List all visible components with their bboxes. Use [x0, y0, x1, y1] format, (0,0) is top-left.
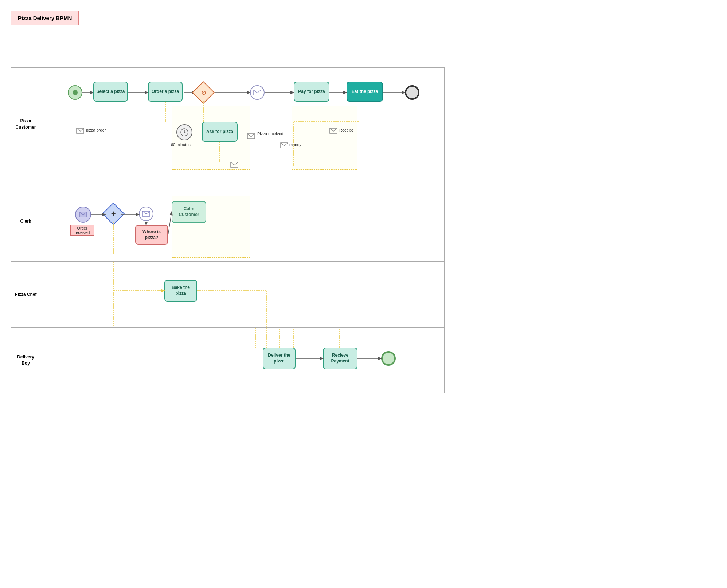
svg-line-10 — [184, 132, 186, 133]
lane-content-chef: Bake the pizza — [40, 262, 444, 327]
label-receipt: Receipt — [339, 128, 353, 132]
task-calm-customer[interactable]: Calm Customer — [172, 201, 206, 223]
svg-line-27 — [168, 212, 172, 235]
task-ask-pizza[interactable]: Ask for pizza — [202, 122, 238, 142]
lane-content-clerk: Order received + Where is pizza? Calm Cu… — [40, 181, 444, 261]
start-event-clerk — [75, 207, 91, 223]
task-where-pizza[interactable]: Where is pizza? — [135, 225, 168, 245]
msg-money — [280, 142, 288, 149]
lane-content-delivery: Deliver the pizza Recieve Payment — [40, 328, 444, 393]
lane-clerk: Clerk Order received + — [11, 181, 444, 262]
timer-event — [176, 124, 192, 140]
task-select-pizza[interactable]: Select a pizza — [93, 82, 128, 102]
lane-label-customer: Pizza Customer — [11, 68, 40, 181]
end-event-customer — [405, 85, 419, 100]
lane-content-customer: Select a pizza Order a pizza ⊙ Pay for p… — [40, 68, 444, 181]
gateway-parallel: + — [102, 203, 125, 225]
label-pizza-order: pizza order — [86, 128, 106, 132]
task-eat-pizza[interactable]: Eat the pizza — [347, 82, 383, 102]
lane-customer: Pizza Customer — [11, 68, 444, 181]
label-pizza-received: Pizza received — [257, 132, 284, 136]
task-pay-pizza[interactable]: Pay for pizza — [294, 82, 329, 102]
dashed-box-pay — [292, 106, 357, 170]
lane-label-clerk: Clerk — [11, 181, 40, 261]
task-receive-payment[interactable]: Recieve Payment — [323, 348, 357, 369]
task-order-pizza[interactable]: Order a pizza — [148, 82, 183, 102]
lane-chef: Pizza Chef Bake the pizza — [11, 262, 444, 328]
event-message-receive — [250, 85, 265, 100]
lane-delivery: Delivery Boy Deliver the pizza Recieve P… — [11, 328, 444, 393]
label-order-received: Order received — [70, 225, 94, 236]
end-event-delivery — [381, 351, 396, 366]
label-money: money — [289, 142, 301, 147]
task-bake-pizza[interactable]: Bake the pizza — [164, 280, 197, 302]
page-title: Pizza Delivery BPMN — [11, 11, 79, 25]
diagram-container: Pizza Customer — [11, 67, 445, 393]
start-event-customer — [68, 85, 82, 100]
msg-pizza-received-top — [247, 133, 255, 140]
msg-receipt — [329, 128, 337, 135]
lane-label-delivery: Delivery Boy — [11, 328, 40, 393]
msg-bottom — [230, 162, 238, 169]
msg-pizza-order — [76, 128, 84, 135]
event-message-clerk — [139, 207, 153, 221]
lane-label-chef: Pizza Chef — [11, 262, 40, 327]
task-deliver-pizza[interactable]: Deliver the pizza — [263, 348, 296, 369]
gateway-exclusive: ⊙ — [192, 81, 215, 104]
label-60-minutes: 60 minutes — [171, 142, 191, 147]
